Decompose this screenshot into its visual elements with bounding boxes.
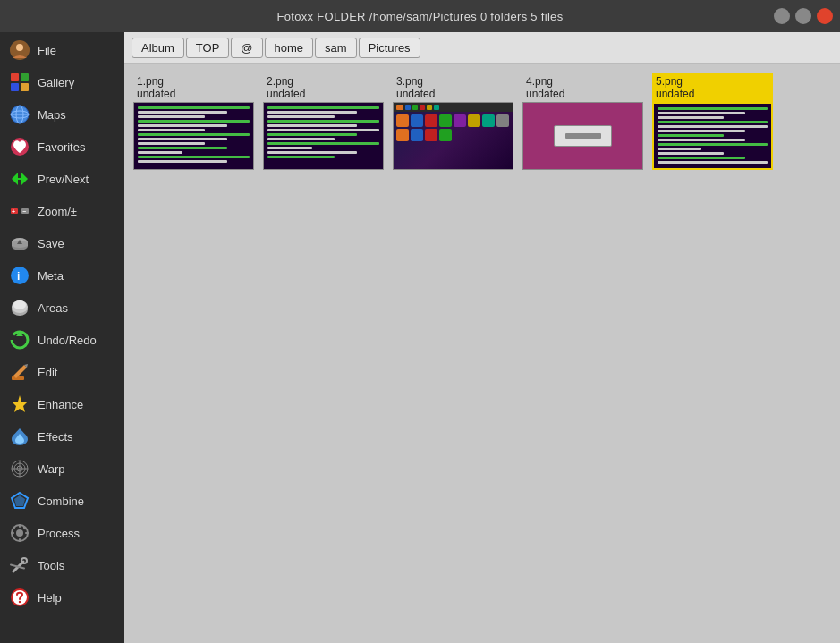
sidebar-item-file[interactable]: File [0, 34, 124, 66]
maximize-button[interactable]: □ [795, 8, 811, 24]
thumbnail-2[interactable]: 2.png undated [263, 73, 384, 170]
breadcrumb-pictures[interactable]: Pictures [359, 38, 420, 58]
enhance-icon [9, 393, 30, 415]
sidebar-item-undoredo[interactable]: Undo/Redo [0, 324, 124, 356]
svg-point-52 [19, 601, 21, 603]
sidebar-item-gallery[interactable]: Gallery [0, 66, 124, 98]
sidebar-item-combine[interactable]: Combine [0, 485, 124, 517]
thumb-1-image [133, 102, 254, 170]
sidebar: File Gallery [0, 32, 124, 643]
svg-marker-31 [12, 395, 28, 412]
gallery-icon [9, 72, 30, 93]
sidebar-item-edit[interactable]: Edit [0, 356, 124, 388]
sidebar-item-maps[interactable]: Maps [0, 98, 124, 131]
breadcrumb-album[interactable]: Album [132, 38, 184, 58]
combine-icon [9, 490, 30, 512]
svg-point-40 [16, 529, 23, 537]
sidebar-item-areas-label: Areas [38, 301, 68, 315]
svg-text:−: − [22, 208, 26, 215]
thumbnail-1[interactable]: 1.png undated [133, 73, 254, 170]
sidebar-item-enhance[interactable]: Enhance [0, 388, 124, 420]
sidebar-item-maps-label: Maps [38, 108, 66, 122]
warp-icon [9, 458, 30, 479]
sidebar-item-help-label: Help [38, 591, 62, 605]
sidebar-item-edit-label: Edit [38, 366, 57, 379]
main-layout: File Gallery [0, 32, 840, 643]
window-controls: – □ ✕ [774, 8, 833, 24]
prevnext-icon [9, 168, 30, 190]
svg-rect-5 [21, 83, 29, 91]
svg-rect-43 [11, 532, 14, 534]
sidebar-item-process-label: Process [38, 527, 80, 540]
sidebar-item-save-label: Save [38, 237, 64, 250]
sidebar-item-areas[interactable]: Areas [0, 292, 124, 324]
sidebar-item-process[interactable]: Process [0, 517, 124, 549]
sidebar-item-favorites-label: Favorites [38, 140, 85, 154]
sidebar-item-zoom[interactable]: + − Zoom/± [0, 195, 124, 227]
svg-rect-3 [21, 73, 29, 81]
thumb-4-header: 4.png undated [522, 73, 643, 102]
titlebar-text: Fotoxx FOLDER /home/sam/Pictures 0 folde… [277, 10, 564, 23]
svg-rect-4 [11, 83, 19, 91]
sidebar-item-effects[interactable]: Effects [0, 420, 124, 453]
svg-marker-11 [12, 173, 18, 185]
thumbnail-4[interactable]: 4.png undated [522, 73, 643, 170]
meta-icon: i [9, 265, 30, 286]
breadcrumb-at[interactable]: @ [231, 38, 262, 58]
sidebar-item-file-label: File [38, 44, 56, 57]
sidebar-item-meta-label: Meta [38, 269, 64, 283]
process-icon [9, 522, 30, 544]
thumb-1-header: 1.png undated [133, 73, 254, 102]
svg-rect-44 [25, 532, 29, 534]
svg-rect-2 [11, 73, 19, 81]
edit-icon [9, 361, 30, 383]
svg-marker-29 [13, 365, 27, 378]
tools-icon [9, 554, 30, 576]
undoredo-icon [9, 329, 30, 351]
svg-rect-28 [12, 376, 24, 380]
file-icon [9, 39, 30, 61]
sidebar-item-gallery-label: Gallery [38, 76, 74, 89]
sidebar-item-undoredo-label: Undo/Redo [38, 334, 97, 347]
svg-text:+: + [12, 208, 15, 215]
breadcrumb-top[interactable]: TOP [186, 38, 230, 58]
maps-icon [9, 104, 30, 125]
svg-point-25 [13, 300, 26, 309]
sidebar-item-zoom-label: Zoom/± [38, 205, 77, 218]
thumb-3-header: 3.png undated [393, 73, 513, 102]
sidebar-item-help[interactable]: Help [0, 581, 124, 613]
thumbnail-5[interactable]: 5.png undated [652, 73, 773, 170]
sidebar-item-effects-label: Effects [38, 430, 73, 444]
thumb-5-image [652, 102, 773, 170]
sidebar-item-favorites[interactable]: Favorites [0, 131, 124, 163]
sidebar-item-combine-label: Combine [38, 495, 84, 508]
svg-rect-41 [19, 524, 21, 528]
sidebar-item-save[interactable]: Save [0, 227, 124, 259]
sidebar-item-tools[interactable]: Tools [0, 549, 124, 581]
titlebar: Fotoxx FOLDER /home/sam/Pictures 0 folde… [0, 0, 840, 32]
close-button[interactable]: ✕ [817, 8, 833, 24]
save-icon [9, 233, 30, 254]
breadcrumb-sam[interactable]: sam [315, 38, 357, 58]
thumb-2-header: 2.png undated [263, 73, 384, 102]
help-icon [9, 587, 30, 608]
minimize-button[interactable]: – [774, 8, 790, 24]
sidebar-item-prevnext-label: Prev/Next [38, 173, 89, 186]
sidebar-item-meta[interactable]: i Meta [0, 259, 124, 292]
sidebar-item-warp[interactable]: Warp [0, 453, 124, 485]
effects-icon [9, 426, 30, 447]
sidebar-item-enhance-label: Enhance [38, 398, 83, 411]
thumbnails-area: 1.png undated [124, 64, 840, 643]
thumb-3-image [393, 102, 513, 170]
thumbnail-3[interactable]: 3.png undated [393, 73, 513, 170]
thumb-4-image [522, 102, 643, 170]
svg-rect-42 [19, 538, 21, 542]
svg-text:i: i [17, 270, 20, 283]
thumb-2-image [263, 102, 384, 170]
sidebar-item-prevnext[interactable]: Prev/Next [0, 163, 124, 195]
breadcrumb-home[interactable]: home [265, 38, 314, 58]
svg-marker-38 [14, 495, 25, 506]
thumb-5-header: 5.png undated [652, 73, 773, 102]
sidebar-item-tools-label: Tools [38, 559, 64, 572]
areas-icon [9, 297, 30, 318]
